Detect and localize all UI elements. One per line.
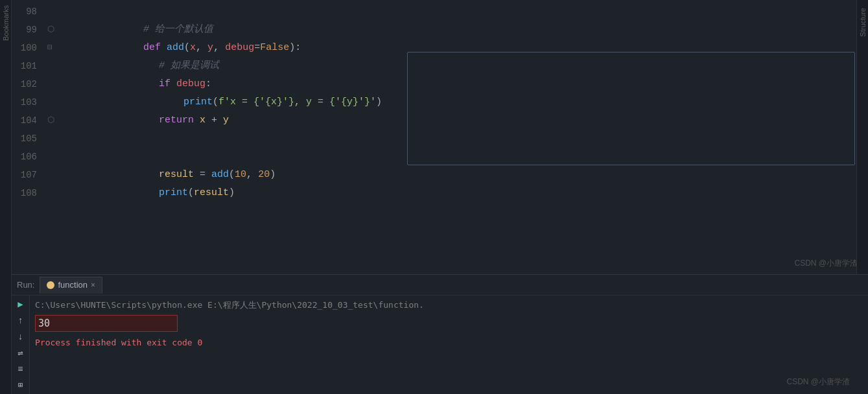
line-number: 107 xyxy=(12,166,47,184)
line-content: if debug: xyxy=(56,57,868,111)
fold-indicator[interactable]: ⊟ xyxy=(47,39,56,57)
line-number: 98 xyxy=(12,3,47,21)
line-number: 106 xyxy=(12,148,47,166)
plus: + xyxy=(205,115,223,126)
paren8: ) xyxy=(229,187,235,198)
kw-if: if xyxy=(159,78,176,89)
editor-area: 98 99 ⬡ # 给一个默认值 100 xyxy=(12,0,868,274)
run-panel: Run: function × ▶ ↑ ↓ xyxy=(12,274,868,394)
line-number: 100 xyxy=(12,39,47,57)
fold-indicator xyxy=(47,57,56,75)
run-sidebar: ▶ ↑ ↓ ⇌ ≡ ⊞ xyxy=(12,296,30,394)
watermark: CSDN @小唐学渣 xyxy=(794,258,858,269)
main-layout: Bookmarks 98 99 ⬡ xyxy=(0,0,868,394)
run-content: ▶ ↑ ↓ ⇌ ≡ ⊞ xyxy=(12,296,868,394)
line-number: 104 xyxy=(12,111,47,130)
editor-and-run: 98 99 ⬡ # 给一个默认值 100 xyxy=(12,0,868,394)
down-icon: ↓ xyxy=(18,332,23,342)
output-box-wrapper: 30 xyxy=(35,314,863,333)
run-tab[interactable]: function × xyxy=(40,277,102,294)
fold-indicator xyxy=(47,93,56,111)
fold-indicator xyxy=(47,130,56,148)
line-content: print(result) xyxy=(56,166,868,220)
wrap-button[interactable]: ⇌ xyxy=(14,347,28,359)
output-number: 30 xyxy=(38,318,50,329)
bottom-watermark: CSDN @小唐学渣 xyxy=(786,377,850,388)
output-highlight-box: 30 xyxy=(35,315,178,332)
tab-name: function xyxy=(58,280,88,290)
print-icon: ⊞ xyxy=(18,380,23,390)
kw-return: return xyxy=(159,115,200,126)
wrap-icon: ⇌ xyxy=(18,347,23,358)
fold-indicator xyxy=(47,3,56,21)
fold-indicator xyxy=(47,148,56,166)
line-number: 99 xyxy=(12,21,47,39)
exit-message: Process finished with exit code 0 xyxy=(35,336,863,350)
tab-icon xyxy=(47,281,54,289)
run-tab-bar: Run: function × xyxy=(12,275,868,296)
colon: : xyxy=(205,78,211,89)
play-button[interactable]: ▶ xyxy=(14,298,28,310)
left-sidebar: Bookmarks xyxy=(0,0,12,394)
run-label: Run: xyxy=(17,280,34,290)
code-line: 108 print(result) xyxy=(12,184,868,202)
run-output: C:\Users\HUNTE\Scripts\python.exe E:\程序人… xyxy=(30,296,868,394)
result-var2: result xyxy=(194,187,229,198)
fold-indicator xyxy=(47,75,56,93)
code-panel: 98 99 ⬡ # 给一个默认值 100 xyxy=(12,0,868,274)
structure-tab[interactable]: Structure xyxy=(858,5,868,40)
var-y: y xyxy=(223,115,229,126)
scroll-up-button[interactable]: ↑ xyxy=(14,314,28,327)
print-button[interactable]: ⊞ xyxy=(14,379,28,391)
code-line: 102 if debug: xyxy=(12,75,868,93)
up-icon: ↑ xyxy=(18,316,23,326)
tab-close[interactable]: × xyxy=(91,281,95,290)
right-tabs: Structure xyxy=(856,0,868,274)
play-icon: ▶ xyxy=(18,299,23,310)
line-number: 108 xyxy=(12,184,47,202)
kw-print2: print xyxy=(159,187,188,198)
line-number: 105 xyxy=(12,130,47,148)
debug-var: debug xyxy=(176,78,205,89)
fold-indicator[interactable]: ⬡ xyxy=(47,21,56,39)
line-number: 102 xyxy=(12,75,47,93)
bookmarks-tab[interactable]: Bookmarks xyxy=(1,3,10,43)
code-lines: 98 99 ⬡ # 给一个默认值 100 xyxy=(12,0,868,205)
paren7: ( xyxy=(188,187,194,198)
fold-indicator xyxy=(47,184,56,202)
fold-indicator[interactable]: ⬡ xyxy=(47,111,56,130)
align-button[interactable]: ≡ xyxy=(14,363,28,375)
scroll-down-button[interactable]: ↓ xyxy=(14,330,28,343)
line-number: 101 xyxy=(12,57,47,75)
code-line: 104 ⬡ return x + y xyxy=(12,111,868,130)
var-x: x xyxy=(200,115,205,126)
fold-indicator xyxy=(47,166,56,184)
align-icon: ≡ xyxy=(18,364,23,375)
run-command-line: C:\Users\HUNTE\Scripts\python.exe E:\程序人… xyxy=(35,298,863,312)
line-number: 103 xyxy=(12,93,47,111)
